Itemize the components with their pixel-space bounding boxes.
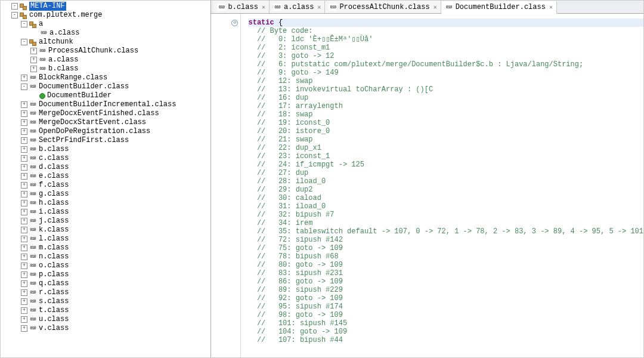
tree-node[interactable]: +i.class xyxy=(1,208,210,217)
tree-node-label: MergeDocxStartEvent.class xyxy=(39,118,146,127)
tree-node[interactable]: +l.class xyxy=(1,234,210,243)
tree-node[interactable]: DocumentBuilder xyxy=(1,91,210,100)
tree-node[interactable]: +s.class xyxy=(1,297,210,306)
tree-node[interactable]: +ProcessAltChunk.class xyxy=(1,47,210,55)
package-explorer[interactable]: -META-INF-com.plutext.merge-aa.class-alt… xyxy=(1,1,211,357)
expand-icon[interactable]: + xyxy=(21,218,27,224)
classfile-icon xyxy=(29,280,37,288)
expand-icon[interactable]: + xyxy=(21,289,27,296)
expand-icon[interactable]: + xyxy=(21,200,27,206)
tree-node[interactable]: +g.class xyxy=(1,190,210,199)
expand-icon[interactable]: + xyxy=(21,316,27,323)
tree-node-label: g.class xyxy=(39,190,69,199)
expand-icon[interactable]: + xyxy=(30,48,37,54)
classfile-icon xyxy=(38,66,47,73)
tree-node[interactable]: +c.class xyxy=(1,154,210,163)
tree-node[interactable]: +OpenDoPeRegistration.class xyxy=(1,127,210,136)
classfile-icon xyxy=(273,4,281,11)
classfile-icon xyxy=(29,146,37,153)
tree-node[interactable]: +o.class xyxy=(1,261,210,270)
expand-icon[interactable]: + xyxy=(21,101,27,108)
tree-node[interactable]: +k.class xyxy=(1,226,210,234)
tree-node[interactable]: +MergeDocxEventFinished.class xyxy=(1,109,210,118)
tree-node[interactable]: +e.class xyxy=(1,172,210,181)
expand-icon[interactable]: + xyxy=(21,227,27,233)
collapse-icon[interactable]: - xyxy=(11,3,18,10)
tree-node[interactable]: +BlockRange.class xyxy=(1,73,210,82)
expand-icon[interactable]: + xyxy=(21,137,27,144)
editor-tab[interactable]: DocumentBuilder.class✕ xyxy=(441,1,557,14)
source-code-view[interactable]: static { // Byte code: // 0: ldc 'È+▯▯Ê±… xyxy=(241,14,643,357)
tree-node[interactable]: +v.class xyxy=(1,324,210,333)
bytecode-comment-line: // 18: swap xyxy=(248,110,312,119)
editor-tab[interactable]: ProcessAltChunk.class✕ xyxy=(325,1,441,13)
tree-node[interactable]: +DocumentBuilderIncremental.class xyxy=(1,100,210,109)
tree-node[interactable]: +f.class xyxy=(1,181,210,190)
tree-node[interactable]: +n.class xyxy=(1,252,210,261)
tree-node[interactable]: +t.class xyxy=(1,306,210,315)
tree-node[interactable]: -altchunk xyxy=(1,38,210,47)
tree-node[interactable]: -META-INF xyxy=(1,2,210,11)
bytecode-comment-line: // 32: bipush #7 xyxy=(248,211,334,219)
tab-label: b.class xyxy=(228,3,258,11)
expand-icon[interactable]: + xyxy=(21,307,27,314)
close-icon[interactable]: ✕ xyxy=(548,4,553,11)
expand-icon[interactable]: + xyxy=(21,164,27,171)
tree-node[interactable]: +j.class xyxy=(1,217,210,226)
expand-icon[interactable]: + xyxy=(21,191,27,197)
tree-node[interactable]: -com.plutext.merge xyxy=(1,11,210,20)
expand-icon[interactable]: + xyxy=(21,325,27,332)
tree-node[interactable]: +p.class xyxy=(1,270,210,279)
expand-icon[interactable]: + xyxy=(21,155,27,162)
expand-icon[interactable]: + xyxy=(21,173,27,180)
tree-node[interactable]: +b.class xyxy=(1,145,210,154)
expand-icon[interactable]: + xyxy=(21,271,27,278)
tree-node[interactable]: +a.class xyxy=(1,55,210,64)
expand-icon[interactable]: + xyxy=(21,146,27,153)
tree-node-label: a.class xyxy=(49,29,79,38)
expand-icon[interactable]: + xyxy=(21,263,27,269)
tree-node[interactable]: +b.class xyxy=(1,64,210,73)
tree-node[interactable]: +d.class xyxy=(1,163,210,172)
tree-node[interactable]: +u.class xyxy=(1,315,210,324)
tree-node[interactable]: +q.class xyxy=(1,279,210,288)
expand-icon[interactable]: + xyxy=(21,182,27,189)
tree-node[interactable]: +h.class xyxy=(1,199,210,208)
tree-node[interactable]: +r.class xyxy=(1,288,210,297)
expand-icon[interactable]: + xyxy=(21,128,27,135)
close-icon[interactable]: ✕ xyxy=(432,4,437,11)
tree-node[interactable]: -DocumentBuilder.class xyxy=(1,82,210,91)
expand-icon[interactable]: + xyxy=(30,66,37,72)
expand-icon[interactable]: + xyxy=(30,57,37,63)
tree-node[interactable]: +SectPrFindFirst.class xyxy=(1,136,210,145)
editor-tab[interactable]: b.class✕ xyxy=(213,1,269,13)
close-icon[interactable]: ✕ xyxy=(316,4,321,11)
collapse-icon[interactable]: - xyxy=(21,39,27,45)
tree-node[interactable]: +MergeDocxStartEvent.class xyxy=(1,118,210,127)
classfile-icon xyxy=(29,209,37,216)
expand-icon[interactable]: + xyxy=(21,119,27,126)
classfile-icon xyxy=(29,84,37,91)
collapse-icon[interactable]: - xyxy=(21,84,27,90)
expand-icon[interactable]: + xyxy=(21,110,27,117)
collapse-icon[interactable]: - xyxy=(11,12,18,18)
bytecode-comment-line: // 19: iconst_0 xyxy=(248,119,330,127)
classfile-icon xyxy=(29,227,37,234)
expand-icon[interactable]: + xyxy=(21,236,27,242)
editor-tab[interactable]: a.class✕ xyxy=(270,1,325,13)
expand-icon[interactable]: + xyxy=(21,209,27,215)
expand-icon[interactable]: + xyxy=(21,280,27,287)
fold-collapse-icon[interactable]: ⊖ xyxy=(231,20,238,26)
tree-node[interactable]: a.class xyxy=(1,29,210,38)
collapse-icon[interactable]: - xyxy=(21,21,27,27)
bytecode-comment-line: // 13: invokevirtual toCharArray : ()[C xyxy=(248,85,433,94)
tree-node[interactable]: +m.class xyxy=(1,243,210,252)
bytecode-comment-line: // 2: iconst_m1 xyxy=(248,44,330,52)
classfile-icon xyxy=(29,325,37,332)
tree-node[interactable]: -a xyxy=(1,20,210,29)
close-icon[interactable]: ✕ xyxy=(261,4,265,11)
expand-icon[interactable]: + xyxy=(21,245,27,251)
expand-icon[interactable]: + xyxy=(21,254,27,260)
expand-icon[interactable]: + xyxy=(21,75,27,81)
expand-icon[interactable]: + xyxy=(21,298,27,305)
